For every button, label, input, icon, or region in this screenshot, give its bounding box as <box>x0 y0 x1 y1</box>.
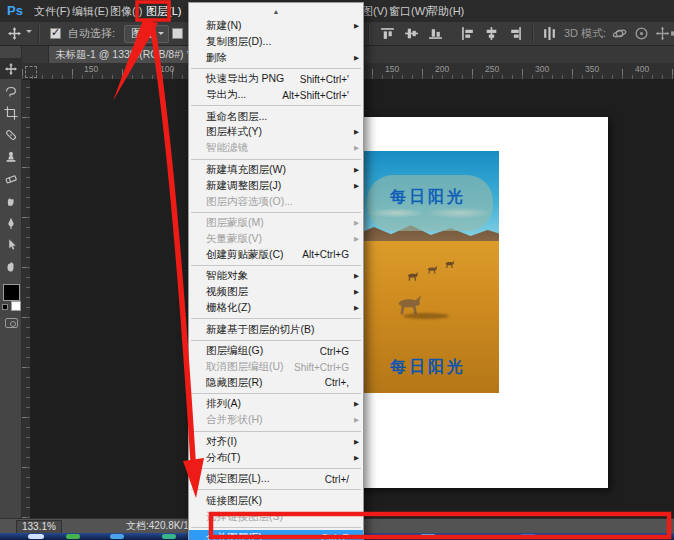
menu-bar-item[interactable]: 窗口(W) <box>389 0 429 22</box>
zoom-level-field[interactable]: 133.1% <box>16 520 62 534</box>
align-right-edges-icon[interactable] <box>508 26 523 41</box>
menu-item[interactable]: 链接图层(K) <box>189 493 363 509</box>
align-bottom-edges-icon[interactable] <box>428 26 443 41</box>
taskbar-icon[interactable] <box>110 534 124 539</box>
menu-separator <box>191 431 361 432</box>
menu-item[interactable]: 排列(A) ▶ <box>189 396 363 412</box>
menu-item[interactable]: 分布(T) ▶ <box>189 450 363 466</box>
menu-item[interactable]: 锁定图层(L)... Ctrl+/ <box>189 471 363 487</box>
auto-select-dropdown[interactable]: 图层 <box>124 25 169 43</box>
menu-bar-item[interactable]: 文件(F) <box>34 0 70 22</box>
quick-mask-icon[interactable] <box>5 318 18 328</box>
3d-roll-icon[interactable] <box>634 26 649 41</box>
menu-item[interactable]: 创建剪贴蒙版(C) Alt+Ctrl+G <box>189 247 363 263</box>
3d-orbit-icon[interactable] <box>612 26 627 41</box>
align-horizontal-centers-icon[interactable] <box>484 26 499 41</box>
taskbar-icon[interactable] <box>420 534 436 539</box>
distribute-centers-icon[interactable] <box>542 26 557 41</box>
align-vertical-centers-icon[interactable] <box>404 26 419 41</box>
menu-bar-item[interactable]: 编辑(E) <box>72 0 109 22</box>
pen-tool[interactable] <box>0 212 22 233</box>
taskbar-icon[interactable] <box>28 534 44 539</box>
menu-scroll-up-icon[interactable]: ▲ <box>189 5 363 18</box>
menu-item[interactable]: 视频图层 ▶ <box>189 284 363 300</box>
menu-item-label: 隐藏图层(R) <box>206 376 263 390</box>
auto-select-label: 自动选择: <box>68 22 115 45</box>
path-select-tool[interactable] <box>0 234 22 255</box>
align-left-edges-icon[interactable] <box>460 26 475 41</box>
submenu-arrow-icon: ▶ <box>354 272 359 280</box>
clone-stamp-tool[interactable] <box>0 146 22 167</box>
submenu-arrow-icon: ▶ <box>354 454 359 462</box>
taskbar-icon[interactable] <box>520 534 536 539</box>
menu-item[interactable]: 重命名图层... <box>189 109 363 125</box>
lasso-tool[interactable] <box>0 80 22 101</box>
menu-item[interactable]: 复制图层(D)... <box>189 34 363 50</box>
menu-item[interactable]: 新建填充图层(W) ▶ <box>189 162 363 178</box>
auto-select-checkbox[interactable] <box>50 28 61 39</box>
submenu-arrow-icon: ▶ <box>354 219 359 227</box>
spot-healing-tool[interactable] <box>0 124 22 145</box>
menu-item[interactable]: 图层内容选项(O)... <box>189 194 363 210</box>
menu-bar-item[interactable]: 图像(I) <box>110 0 142 22</box>
menu-item[interactable]: 智能对象 ▶ <box>189 268 363 284</box>
menu-item[interactable]: 栅格化(Z) ▶ <box>189 300 363 316</box>
menu-item-shortcut: Ctrl+, <box>317 377 349 388</box>
ruler-origin-icon[interactable] <box>25 66 37 78</box>
menu-bar-item[interactable]: 图层(L) <box>146 0 181 22</box>
menu-item[interactable]: 导出为... Alt+Shift+Ctrl+' <box>189 87 363 103</box>
menu-item[interactable]: 新建调整图层(J) ▶ <box>189 178 363 194</box>
menu-item[interactable]: 合并图层(E) Ctrl+E <box>189 530 363 540</box>
foreground-color-swatch[interactable] <box>3 284 20 301</box>
menu-item[interactable]: 图层样式(Y) ▶ <box>189 125 363 141</box>
menu-item[interactable]: 快速导出为 PNG Shift+Ctrl+' <box>189 71 363 87</box>
photoshop-logo: Ps <box>7 0 23 22</box>
ruler-label: 100 <box>160 64 174 74</box>
menu-item-shortcut: Alt+Shift+Ctrl+' <box>274 90 349 101</box>
menu-item-label: 矢量蒙版(V) <box>206 232 262 246</box>
submenu-arrow-icon: ▶ <box>354 416 359 424</box>
document-tab[interactable]: 未标题-1 @ 133%(RGB/8#) * × <box>48 45 204 63</box>
background-color-swatch[interactable] <box>11 301 21 311</box>
menu-item[interactable]: 合并形状(H) ▶ <box>189 412 363 428</box>
poster-image[interactable]: 每日阳光 每日阳光 <box>357 151 499 393</box>
taskbar-icon[interactable] <box>162 534 176 539</box>
ruler-label: 150 <box>385 64 399 74</box>
menu-bar-item[interactable]: 图(V) <box>362 0 388 22</box>
menu-item-label: 复制图层(D)... <box>206 35 271 49</box>
align-top-edges-icon[interactable] <box>380 26 395 41</box>
menu-item-label: 栅格化(Z) <box>206 301 251 315</box>
menu-item[interactable]: 矢量蒙版(V) ▶ <box>189 231 363 247</box>
menu-bar-item[interactable]: 帮助(H) <box>427 0 464 22</box>
hand-tool[interactable] <box>0 256 22 277</box>
submenu-arrow-icon: ▶ <box>354 54 359 62</box>
menu-item[interactable]: 删除 ▶ <box>189 50 363 66</box>
taskbar-icon[interactable] <box>66 534 80 539</box>
submenu-arrow-icon: ▶ <box>354 438 359 446</box>
3d-slide-icon[interactable] <box>670 26 674 41</box>
layer-menu-dropdown: ▲ 新建(N) ▶ 复制图层(D)... 删除 ▶ 快速导出为 PNG <box>188 2 364 540</box>
menu-item-label: 导出为... <box>206 88 246 102</box>
move-tool-icon[interactable] <box>7 26 22 41</box>
menu-item[interactable]: 对齐(I) ▶ <box>189 434 363 450</box>
show-transform-checkbox[interactable] <box>172 28 183 39</box>
menu-item[interactable]: 新建(N) ▶ <box>189 18 363 34</box>
eraser-tool[interactable] <box>0 168 22 189</box>
3d-pan-icon[interactable] <box>655 26 670 41</box>
smudge-tool[interactable] <box>0 190 22 211</box>
menu-item-shortcut: Shift+Ctrl+G <box>286 362 349 373</box>
menu-item[interactable]: 选择链接图层(S) <box>189 509 363 525</box>
swap-colors-icon[interactable] <box>2 304 8 310</box>
menu-item[interactable]: 取消图层编组(U) Shift+Ctrl+G <box>189 359 363 375</box>
menu-item[interactable]: 智能滤镜 ▶ <box>189 140 363 156</box>
ruler-label: 200 <box>435 64 449 74</box>
menu-item[interactable]: 隐藏图层(R) Ctrl+, <box>189 375 363 391</box>
vertical-ruler[interactable] <box>22 80 31 518</box>
menu-item[interactable]: 图层蒙版(M) ▶ <box>189 215 363 231</box>
crop-tool[interactable] <box>0 102 22 123</box>
menu-item[interactable]: 图层编组(G) Ctrl+G <box>189 343 363 359</box>
tool-preset-caret-icon[interactable] <box>26 30 32 36</box>
menu-item[interactable]: 新建基于图层的切片(B) <box>189 322 363 338</box>
menu-separator <box>191 318 361 319</box>
move-tool[interactable] <box>0 58 22 79</box>
